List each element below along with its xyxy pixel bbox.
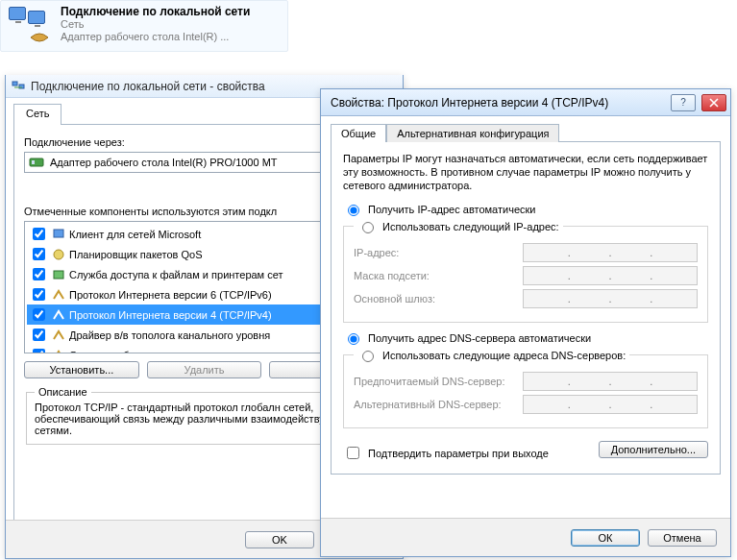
network-connection-tile[interactable]: Подключение по локальной сети Сеть Адапт… xyxy=(0,0,288,52)
gateway-label: Основной шлюз: xyxy=(354,293,517,304)
protocol-icon xyxy=(52,308,65,322)
component-checkbox[interactable] xyxy=(33,349,45,353)
adapter-icon xyxy=(29,155,44,170)
radio-manual-ip[interactable] xyxy=(362,222,374,233)
client-icon xyxy=(52,228,65,241)
component-checkbox[interactable] xyxy=(33,329,45,341)
ipv4-properties-window: Свойства: Протокол Интернета версии 4 (T… xyxy=(320,88,731,557)
driver-icon xyxy=(52,329,65,342)
tab-general[interactable]: Общие xyxy=(331,124,386,142)
component-checkbox[interactable] xyxy=(33,288,45,301)
ok-button[interactable]: OK xyxy=(245,531,314,548)
svg-rect-0 xyxy=(12,82,17,85)
svg-rect-6 xyxy=(54,271,63,279)
tile-network: Сеть xyxy=(61,18,250,31)
tile-adapter: Адаптер рабочего стола Intel(R) ... xyxy=(61,31,250,43)
list-item-label: Планировщик пакетов QoS xyxy=(69,249,203,260)
radio-manual-dns[interactable] xyxy=(362,351,374,362)
adapter-name: Адаптер рабочего стола Intel(R) PRO/1000… xyxy=(50,157,278,168)
protocol-icon xyxy=(52,288,65,302)
tab-alt-config[interactable]: Альтернативная конфигурация xyxy=(386,124,559,142)
ok-button[interactable]: ОК xyxy=(571,529,640,547)
subnet-mask-input: ... xyxy=(523,266,698,285)
advanced-button[interactable]: Дополнительно... xyxy=(599,441,708,458)
list-item-label: Клиент для сетей Microsoft xyxy=(69,229,201,240)
confirm-on-exit-checkbox[interactable] xyxy=(347,447,359,459)
manual-ip-group: Использовать следующий IP-адрес: IP-адре… xyxy=(343,219,708,323)
preferred-dns-label: Предпочитаемый DNS-сервер: xyxy=(354,376,517,387)
manual-dns-group: Использовать следующие адреса DNS-сервер… xyxy=(343,348,708,428)
network-mini-icon xyxy=(12,80,25,93)
list-item-label: Протокол Интернета версии 6 (TCP/IPv6) xyxy=(69,289,272,301)
qos-icon xyxy=(52,248,65,261)
share-icon xyxy=(52,268,65,281)
help-button[interactable]: ? xyxy=(671,94,696,111)
component-checkbox[interactable] xyxy=(33,268,45,280)
svg-rect-3 xyxy=(32,160,35,164)
preferred-dns-input: ... xyxy=(523,372,698,391)
component-checkbox[interactable] xyxy=(33,248,45,260)
close-button[interactable] xyxy=(701,94,726,111)
close-icon xyxy=(709,98,719,108)
window-title: Подключение по локальной сети - свойства xyxy=(31,80,265,93)
window-title: Свойства: Протокол Интернета версии 4 (T… xyxy=(331,96,665,110)
radio-manual-ip-label: Использовать следующий IP-адрес: xyxy=(382,221,559,232)
radio-auto-dns[interactable] xyxy=(348,333,359,345)
subnet-mask-label: Маска подсети: xyxy=(354,270,517,281)
alternate-dns-input: ... xyxy=(523,395,698,414)
svg-rect-4 xyxy=(54,230,63,237)
uninstall-button: Удалить xyxy=(147,361,262,378)
list-item-label: Протокол Интернета версии 4 (TCP/IPv4) xyxy=(69,309,272,321)
component-checkbox[interactable] xyxy=(33,308,45,321)
dialog-buttons: ОК Отмена xyxy=(321,518,730,556)
install-button[interactable]: Установить... xyxy=(24,361,139,378)
component-checkbox[interactable] xyxy=(33,228,45,240)
gateway-input: ... xyxy=(523,289,698,308)
responder-icon xyxy=(52,349,65,354)
tab-network[interactable]: Сеть xyxy=(13,104,61,125)
ip-address-label: IP-адрес: xyxy=(354,247,517,258)
confirm-on-exit-label: Подтвердить параметры при выходе xyxy=(368,448,549,459)
radio-manual-dns-label: Использовать следующие адреса DNS-сервер… xyxy=(382,350,626,361)
list-item-label: Ответчик обнаружения топологии канально xyxy=(69,350,283,354)
intro-text: Параметры IP могут назначаться автоматич… xyxy=(343,152,708,192)
radio-auto-ip[interactable] xyxy=(348,205,359,216)
list-item-label: Драйвер в/в тополога канального уровня xyxy=(69,329,270,341)
titlebar[interactable]: Свойства: Протокол Интернета версии 4 (T… xyxy=(321,89,730,116)
svg-point-5 xyxy=(54,250,63,259)
tab-body-general: Параметры IP могут назначаться автоматич… xyxy=(331,141,721,475)
ip-address-input: ... xyxy=(523,243,698,262)
tile-title: Подключение по локальной сети xyxy=(61,5,250,18)
alternate-dns-label: Альтернативный DNS-сервер: xyxy=(354,399,517,410)
description-legend: Описание xyxy=(35,386,91,398)
radio-auto-ip-label: Получить IP-адрес автоматически xyxy=(368,204,535,215)
radio-auto-dns-label: Получить адрес DNS-сервера автоматически xyxy=(368,332,591,344)
list-item-label: Служба доступа к файлам и принтерам сет xyxy=(69,269,283,280)
cancel-button[interactable]: Отмена xyxy=(648,529,717,547)
network-icon xyxy=(7,5,53,45)
